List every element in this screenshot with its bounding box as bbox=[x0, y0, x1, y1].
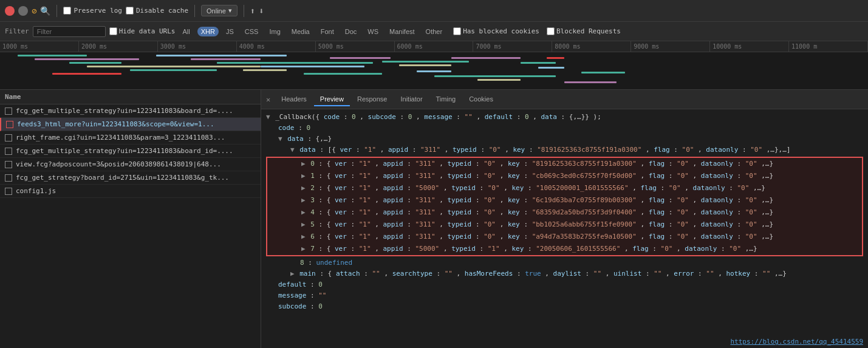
network-item-3[interactable]: fcg_get_multiple_strategy?uin=1223411083… bbox=[0, 145, 261, 158]
subcode-line: subcode : 0 bbox=[266, 301, 863, 312]
tick-1000: 1000 ms bbox=[0, 41, 79, 52]
default-line: default : 0 bbox=[266, 279, 863, 290]
item-icon-3 bbox=[5, 148, 12, 155]
array-item-7[interactable]: ▶ 7 : { ver : "1" , appid : "5000" , typ… bbox=[267, 243, 862, 255]
url-bar[interactable]: https://blog.csdn.net/qq_45414559 bbox=[730, 338, 863, 346]
blocked-requests-checkbox[interactable] bbox=[547, 27, 555, 35]
array-item-0[interactable]: ▶ 0 : { ver : "1" , appid : "311" , type… bbox=[267, 158, 862, 170]
filter-icon[interactable]: ⊘ bbox=[32, 6, 36, 16]
data-collapsed-line: ▼ data : {,…} bbox=[266, 134, 863, 145]
main-area: Name fcg_get_multiple_strategy?uin=12234… bbox=[0, 90, 868, 348]
clear-icon[interactable] bbox=[18, 6, 28, 16]
separator-3 bbox=[244, 5, 244, 17]
tick-9000: 9000 ms bbox=[631, 41, 710, 52]
network-item-0[interactable]: fcg_get_multiple_strategy?uin=1223411083… bbox=[0, 104, 261, 118]
disable-cache-checkbox[interactable] bbox=[126, 7, 134, 15]
has-blocked-cookies-label[interactable]: Has blocked cookies bbox=[453, 27, 539, 35]
filter-manifest[interactable]: Manifest bbox=[386, 27, 419, 36]
data-array-label-line: ▼ data : [{ ver : "1" , appid : "311" , … bbox=[266, 145, 863, 155]
tick-2000: 2000 ms bbox=[79, 41, 158, 52]
timeline-area: 1000 ms 2000 ms 3000 ms 4000 ms 5000 ms … bbox=[0, 41, 868, 90]
filter-xhr[interactable]: XHR bbox=[197, 27, 219, 36]
search-icon[interactable]: 🔍 bbox=[40, 6, 50, 16]
preserve-log-checkbox[interactable] bbox=[63, 7, 71, 15]
item-name-0: fcg_get_multiple_strategy?uin=1223411083… bbox=[16, 107, 256, 115]
item-name-3: fcg_get_multiple_strategy?uin=1223411083… bbox=[16, 147, 256, 155]
filter-ws[interactable]: WS bbox=[364, 27, 382, 36]
tab-headers[interactable]: Headers bbox=[275, 93, 313, 106]
item-name-4: view.fcg?adposcount=3&posid=206038986143… bbox=[16, 160, 256, 168]
content-area: ▼ _Callback({ code : 0 , subcode : 0 , m… bbox=[261, 109, 868, 348]
array-item-8: 8 : undefined bbox=[266, 258, 863, 268]
main-line: ▶ main : { attach : "" , searchtype : ""… bbox=[266, 268, 863, 279]
filter-js[interactable]: JS bbox=[222, 27, 238, 36]
preserve-log-label[interactable]: Preserve log bbox=[63, 7, 121, 15]
online-dropdown[interactable]: Online ▾ bbox=[201, 5, 238, 16]
tab-timing[interactable]: Timing bbox=[430, 93, 462, 106]
array-item-4[interactable]: ▶ 4 : { ver : "1" , appid : "311" , type… bbox=[267, 206, 862, 219]
filter-css[interactable]: CSS bbox=[241, 27, 262, 36]
upload-icon[interactable]: ⬆ bbox=[250, 6, 255, 16]
hide-data-urls-checkbox[interactable] bbox=[109, 27, 117, 35]
tick-3000: 3000 ms bbox=[158, 41, 237, 52]
blocked-requests-label[interactable]: Blocked Requests bbox=[547, 27, 621, 35]
filter-doc[interactable]: Doc bbox=[341, 27, 361, 36]
network-item-1[interactable]: feeds3_html_more?uin=1223411083&scope=0&… bbox=[0, 118, 261, 131]
download-icon[interactable]: ⬇ bbox=[259, 6, 264, 16]
filter-label: Filter bbox=[5, 27, 29, 35]
network-list-panel: Name fcg_get_multiple_strategy?uin=12234… bbox=[0, 90, 261, 348]
item-icon-2 bbox=[5, 134, 12, 142]
tab-initiator[interactable]: Initiator bbox=[394, 93, 428, 106]
tick-11000: 11000 m bbox=[789, 41, 868, 52]
item-name-2: right_frame.cgi?uin=1223411083&param=3_1… bbox=[16, 134, 256, 142]
network-item-2[interactable]: right_frame.cgi?uin=1223411083&param=3_1… bbox=[0, 131, 261, 145]
filter-input[interactable] bbox=[33, 26, 106, 37]
separator-1 bbox=[56, 5, 57, 17]
timeline-ruler: 1000 ms 2000 ms 3000 ms 4000 ms 5000 ms … bbox=[0, 41, 868, 52]
tick-8000: 8000 ms bbox=[552, 41, 631, 52]
array-item-1[interactable]: ▶ 1 : { ver : "1" , appid : "311" , type… bbox=[267, 170, 862, 182]
network-list-header: Name bbox=[0, 90, 261, 104]
code-line: code : 0 bbox=[266, 123, 863, 134]
highlight-box: ▶ 0 : { ver : "1" , appid : "311" , type… bbox=[266, 157, 863, 256]
tabs-bar: ✕ Headers Preview Response Initiator Tim… bbox=[261, 90, 868, 109]
tick-4000: 4000 ms bbox=[237, 41, 316, 52]
filter-all[interactable]: All bbox=[179, 27, 193, 36]
tab-response[interactable]: Response bbox=[351, 93, 394, 106]
has-blocked-cookies-checkbox[interactable] bbox=[453, 27, 461, 35]
array-item-6[interactable]: ▶ 6 : { ver : "1" , appid : "311" , type… bbox=[267, 231, 862, 243]
message-line: message : "" bbox=[266, 290, 863, 301]
right-panel: ✕ Headers Preview Response Initiator Tim… bbox=[261, 90, 868, 348]
filter-media[interactable]: Media bbox=[288, 27, 313, 36]
tab-cookies[interactable]: Cookies bbox=[463, 93, 499, 106]
tick-7000: 7000 ms bbox=[473, 41, 552, 52]
disable-cache-label[interactable]: Disable cache bbox=[126, 7, 188, 15]
record-icon[interactable] bbox=[5, 6, 15, 16]
filter-bar: Filter Hide data URLs All XHR JS CSS Img… bbox=[0, 22, 868, 41]
tick-5000: 5000 ms bbox=[316, 41, 395, 52]
separator-2 bbox=[194, 5, 195, 17]
filter-font[interactable]: Font bbox=[317, 27, 338, 36]
item-icon-6 bbox=[5, 188, 12, 195]
array-item-5[interactable]: ▶ 5 : { ver : "1" , appid : "311" , type… bbox=[267, 219, 862, 231]
hide-data-urls-label[interactable]: Hide data URLs bbox=[109, 27, 176, 35]
toolbar: ⊘ 🔍 Preserve log Disable cache Online ▾ … bbox=[0, 0, 868, 22]
item-icon-0 bbox=[5, 107, 12, 115]
item-icon-5 bbox=[5, 174, 12, 182]
filter-img[interactable]: Img bbox=[265, 27, 284, 36]
filter-other[interactable]: Other bbox=[422, 27, 446, 36]
tick-6000: 6000 ms bbox=[395, 41, 474, 52]
network-item-6[interactable]: config1.js bbox=[0, 185, 261, 198]
tab-close-icon[interactable]: ✕ bbox=[266, 95, 270, 104]
root-callback-line: ▼ _Callback({ code : 0 , subcode : 0 , m… bbox=[266, 112, 863, 123]
network-item-5[interactable]: fcg_get_strategy?board_id=2715&uin=12234… bbox=[0, 171, 261, 185]
network-item-4[interactable]: view.fcg?adposcount=3&posid=206038986143… bbox=[0, 158, 261, 171]
tick-10000: 10000 ms bbox=[710, 41, 789, 52]
item-name-5: fcg_get_strategy?board_id=2715&uin=12234… bbox=[16, 174, 256, 182]
item-name-6: config1.js bbox=[16, 187, 256, 195]
item-name-1: feeds3_html_more?uin=1223411083&scope=0&… bbox=[17, 120, 256, 128]
array-item-3[interactable]: ▶ 3 : { ver : "1" , appid : "311" , type… bbox=[267, 194, 862, 206]
item-icon-1 bbox=[6, 121, 13, 128]
array-item-2[interactable]: ▶ 2 : { ver : "1" , appid : "5000" , typ… bbox=[267, 182, 862, 194]
tab-preview[interactable]: Preview bbox=[314, 93, 350, 106]
